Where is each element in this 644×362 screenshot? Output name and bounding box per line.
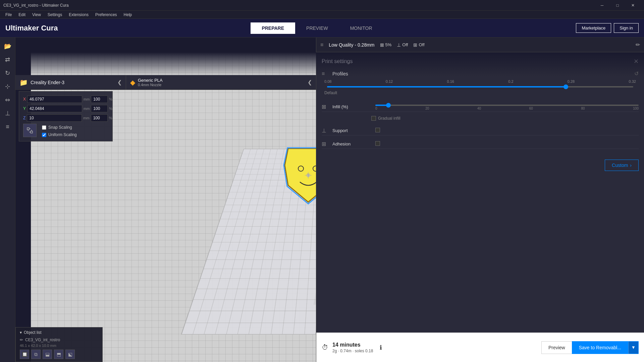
adhesion-checkbox-control: [375, 141, 639, 147]
z-scale-input[interactable]: 100: [91, 114, 108, 122]
panel-close-button[interactable]: ✕: [634, 58, 639, 65]
x-value-input[interactable]: 46.0797: [27, 96, 82, 103]
support-checkbox-control: [375, 128, 639, 133]
profile-slider-track[interactable]: [327, 86, 633, 87]
left-sidebar: 📂 ⇄ ↻ ⊹ ⇔ ⊥ ≡: [0, 38, 15, 362]
sidebar-icon-rotate[interactable]: ↻: [2, 67, 14, 79]
menu-settings[interactable]: Settings: [45, 12, 65, 18]
toolbar: Ultimaker Cura PREPARE PREVIEW MONITOR M…: [0, 19, 644, 38]
save-buttons: Preview Save to Removabl... ▼: [541, 341, 639, 354]
sidebar-icon-support[interactable]: ⊥: [2, 107, 14, 119]
sidebar-icon-transform[interactable]: ⇄: [2, 54, 14, 66]
scale-icon-button[interactable]: [23, 124, 37, 137]
marketplace-button[interactable]: Marketplace: [576, 23, 611, 33]
device-arrow-button[interactable]: ❮: [117, 79, 122, 85]
tick-012: 0.12: [386, 79, 393, 83]
menu-extensions[interactable]: Extensions: [66, 12, 91, 18]
time-block: 14 minutes 2g · 0.74m · soles 0.18: [332, 342, 373, 353]
tick-008: 0.08: [324, 79, 331, 83]
infill-tick-60: 60: [529, 107, 533, 110]
quality-label: Low Quality - 0.28mm: [329, 42, 374, 48]
nav-tabs: PREPARE PREVIEW MONITOR: [251, 22, 383, 34]
support-checkbox[interactable]: [375, 128, 380, 132]
adhesion-value: Off: [419, 42, 424, 47]
obj-icon-btn-4[interactable]: ⬒: [54, 350, 63, 359]
tab-preview[interactable]: PREVIEW: [295, 22, 339, 34]
x-scale-input[interactable]: 100: [91, 96, 108, 103]
obj-icon-btn-3[interactable]: ⬓: [43, 350, 52, 359]
adhesion-checkbox[interactable]: [375, 141, 380, 146]
infill-row-label: Infill (%): [332, 104, 373, 109]
save-dropdown-button[interactable]: ▼: [628, 341, 639, 354]
sidebar-icon-mirror[interactable]: ⇔: [2, 94, 14, 106]
main-area: 📁 Creality Ender-3 ❮ ◆ Generic PLA 0.4mm…: [0, 38, 644, 362]
sidebar-icon-per-model[interactable]: ≡: [2, 121, 14, 133]
profile-slider-thumb[interactable]: [564, 84, 568, 89]
object-dimensions: 46.1 x 42.0 x 10.0 mm: [20, 344, 98, 348]
profile-reset-button[interactable]: ↺: [634, 70, 639, 77]
y-scale-input[interactable]: 100: [91, 105, 108, 112]
obj-icon-btn-1[interactable]: 🔲: [20, 350, 29, 359]
tab-monitor[interactable]: MONITOR: [339, 22, 383, 34]
tab-prepare[interactable]: PREPARE: [251, 22, 295, 34]
quality-icon: ≡: [320, 42, 323, 48]
infill-slider-control: 0 20 40 60 80 100: [375, 103, 639, 110]
x-pct-label: %: [109, 97, 112, 101]
obj-icon-btn-5[interactable]: ⬕: [65, 350, 75, 359]
svg-rect-6: [27, 128, 29, 130]
folder-icon[interactable]: 📁: [19, 78, 28, 86]
maximize-button[interactable]: □: [610, 0, 625, 11]
close-button[interactable]: ✕: [625, 0, 641, 11]
support-row-icon: ⊥: [322, 127, 330, 134]
panel-title-row: Print settings ✕: [322, 58, 639, 65]
infill-tick-100: 100: [633, 107, 639, 110]
support-icon: ⊥: [397, 42, 401, 48]
titlebar: CE3_VG_int_rostro - Ultimaker Cura ─ □ ✕: [0, 0, 644, 11]
z-value-input[interactable]: 10: [27, 114, 82, 122]
menu-view[interactable]: View: [30, 12, 44, 18]
infill-slider-track[interactable]: [375, 105, 639, 106]
uniform-scaling-row: Uniform Scaling: [42, 132, 77, 137]
menu-preferences[interactable]: Preferences: [93, 12, 120, 18]
gradual-infill-checkbox[interactable]: [371, 116, 376, 121]
minimize-button[interactable]: ─: [594, 0, 610, 11]
infill-slider-thumb[interactable]: [386, 103, 391, 108]
infill-value: 5%: [385, 42, 392, 47]
object-list-item: ✏ CE3_VG_int_rostro: [20, 337, 98, 343]
sidebar-icon-open[interactable]: 📂: [2, 40, 14, 52]
menu-help[interactable]: Help: [121, 12, 135, 18]
profile-row: ≡ Profiles ↺: [322, 70, 639, 77]
time-icon: ⏱: [322, 344, 328, 351]
obj-icon-btn-2[interactable]: ⧉: [31, 350, 41, 359]
logo-bold: Cura: [41, 24, 58, 32]
scale-svg-icon: [26, 126, 34, 134]
settings-edit-button[interactable]: ✏: [636, 42, 640, 48]
dropdown-icon: ▼: [631, 345, 636, 350]
uniform-scaling-checkbox[interactable]: [42, 133, 46, 137]
sidebar-icon-scale[interactable]: ⊹: [2, 80, 14, 93]
profiles-section: ≡ Profiles ↺ 0.08 0.12 0.16 0.2 0.28 0.3…: [322, 70, 639, 95]
support-row-label: Support: [332, 128, 373, 133]
sign-in-button[interactable]: Sign in: [614, 23, 639, 33]
tick-02: 0.2: [508, 79, 513, 83]
snap-scaling-checkbox[interactable]: [42, 125, 46, 130]
infill-tick-0: 0: [375, 107, 377, 110]
preview-button[interactable]: Preview: [541, 341, 572, 354]
custom-button[interactable]: Custom ›: [605, 160, 639, 171]
support-stat: ⊥ Off: [397, 42, 408, 48]
print-settings-panel: Print settings ✕ ≡ Profiles ↺ 0.08 0.12 …: [316, 52, 644, 362]
object-list-header[interactable]: ▾ Object list: [20, 330, 98, 335]
menu-file[interactable]: File: [3, 12, 14, 18]
scale-options: Snap Scaling Uniform Scaling: [23, 124, 108, 137]
infill-tick-labels: 0 20 40 60 80 100: [375, 107, 639, 110]
y-value-input[interactable]: 42.0484: [27, 105, 82, 112]
stats-value: 2g · 0.74m · soles 0.18: [332, 349, 373, 353]
profiles-icon: ≡: [322, 71, 330, 77]
infill-stat: ⊠ 5%: [380, 42, 392, 48]
menu-edit[interactable]: Edit: [16, 12, 28, 18]
info-icon[interactable]: ℹ: [380, 344, 382, 351]
profiles-label: Profiles: [332, 71, 632, 76]
material-arrow-button[interactable]: ❮: [308, 79, 312, 85]
save-button[interactable]: Save to Removabl...: [572, 341, 628, 354]
gradual-infill-row: Gradual infill: [371, 116, 639, 121]
